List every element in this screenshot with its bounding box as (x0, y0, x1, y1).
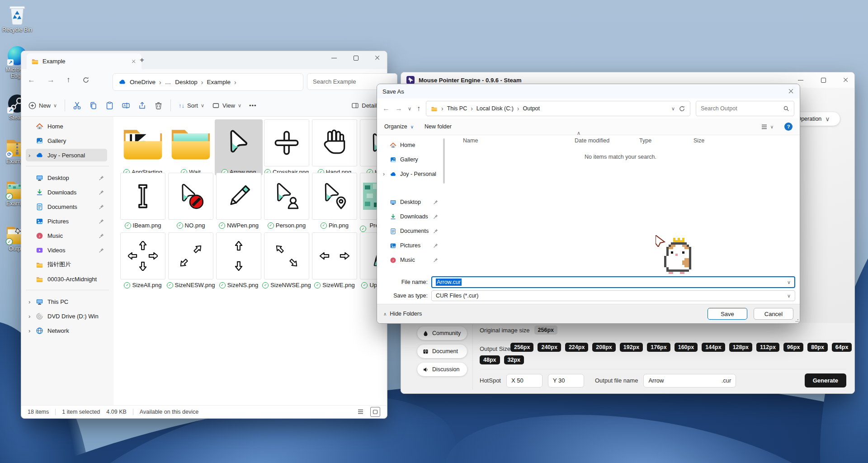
size-chip[interactable]: 128px (729, 343, 752, 352)
size-chip[interactable]: 80px (807, 343, 828, 352)
chevron-down-icon[interactable]: ∨ (671, 106, 675, 112)
size-chip[interactable]: 192px (620, 343, 643, 352)
file-tile[interactable]: ✓IBeam.png (119, 173, 167, 229)
view-options-button[interactable]: ∨ (761, 123, 774, 130)
address-breadcrumb-bar[interactable]: OneDrive › … Desktop › Example › (113, 73, 303, 91)
new-button[interactable]: New ∨ (28, 102, 57, 109)
cut-icon[interactable] (73, 101, 81, 110)
size-chip[interactable]: 160px (675, 343, 698, 352)
minimize-button[interactable] (797, 77, 804, 83)
size-chip[interactable]: 144px (702, 343, 725, 352)
sidebar-scrollbar[interactable] (443, 138, 445, 184)
dialog-address-bar[interactable]: › This PC › Local Disk (C:) › Outpot ∨ (426, 101, 690, 116)
sidebar-item-onedrive[interactable]: ›Joy - Personal (381, 168, 439, 180)
rename-icon[interactable]: A (122, 101, 130, 110)
breadcrumb-item[interactable]: OneDrive (130, 79, 156, 85)
dialog-close-icon[interactable] (788, 89, 794, 94)
list-view-toggle-icon[interactable] (357, 408, 364, 415)
size-chip[interactable]: 176px (647, 343, 670, 352)
chevron-right-icon[interactable]: › (201, 79, 203, 86)
size-chip[interactable]: 256px (510, 343, 533, 352)
file-tile[interactable]: ✓SizeNESW.png (167, 232, 215, 288)
sidebar-item-documents[interactable]: Documents (26, 200, 107, 213)
paste-icon[interactable] (105, 101, 114, 110)
dialog-title-bar[interactable]: Save As (377, 84, 800, 99)
chevron-down-icon[interactable]: ∨ (787, 279, 791, 285)
breadcrumb-item[interactable]: This PC (447, 105, 467, 112)
organize-button[interactable]: Organize ∨ (384, 123, 414, 130)
forward-icon[interactable]: → (47, 76, 55, 85)
file-tile[interactable]: ✓Hand.png (311, 119, 359, 175)
up-icon[interactable]: ↑ (66, 76, 71, 85)
chevron-right-icon[interactable]: › (159, 79, 161, 86)
sidebar-item-music[interactable]: Music (381, 254, 439, 266)
file-tile[interactable]: ✓SizeWE.png (311, 232, 359, 288)
refresh-icon[interactable] (82, 76, 90, 84)
file-tile[interactable]: ✓AppStarting (119, 119, 167, 175)
hotspot-x-input[interactable]: X 50 (506, 374, 542, 387)
sidebar-item-home[interactable]: Home (381, 139, 439, 151)
output-file-input[interactable]: Arrow .cur (643, 374, 736, 387)
sidebar-item-arcmidnight[interactable]: 00030-ArcMidnight (26, 273, 107, 285)
explorer-tab[interactable]: Example (27, 53, 142, 69)
details-pane-button[interactable]: Details (351, 102, 380, 109)
save-button[interactable]: Save (708, 308, 747, 320)
sidebar-item-community[interactable]: Community (417, 326, 467, 340)
view-button[interactable]: View ∨ (212, 102, 241, 109)
resize-grip[interactable] (794, 318, 799, 322)
save-type-select[interactable]: CUR Files (*.cur) ∨ (431, 290, 795, 301)
breadcrumb-collapsed[interactable]: … (165, 79, 172, 85)
sidebar-item-videos[interactable]: Videos (26, 244, 107, 256)
file-tile[interactable]: ✓Wait (167, 119, 215, 175)
sidebar-item-downloads[interactable]: Downloads (26, 186, 107, 198)
copy-icon[interactable] (89, 101, 98, 110)
dialog-search-box[interactable]: Search Outpot (696, 101, 794, 116)
share-icon[interactable] (138, 101, 146, 110)
thumbnail-view-toggle[interactable] (370, 407, 380, 417)
tab-close-icon[interactable] (132, 59, 136, 63)
chevron-right-icon[interactable]: › (234, 79, 236, 86)
sidebar-item-pointer-images[interactable]: 指针图片 (26, 258, 107, 271)
chevron-expand-icon[interactable]: › (28, 313, 30, 320)
file-tile[interactable]: ✓NWPen.png (215, 173, 263, 229)
size-chip[interactable]: 32px (504, 355, 524, 364)
breadcrumb-item[interactable]: Example (207, 79, 231, 85)
sidebar-item-pictures[interactable]: Pictures (26, 215, 107, 227)
file-tile[interactable]: ✓SizeAll.png (119, 232, 167, 288)
close-button[interactable] (375, 55, 380, 60)
sidebar-item-discussion[interactable]: Discussion (417, 363, 467, 376)
up-icon[interactable]: ↑ (417, 104, 420, 113)
file-tile[interactable]: ✓SizeNWSE.png (263, 232, 311, 288)
size-chip[interactable]: 96px (783, 343, 804, 352)
column-header-date[interactable]: Date modified (575, 137, 609, 144)
recent-locations-icon[interactable]: ∨ (408, 106, 411, 112)
sidebar-item-documents[interactable]: Documents (381, 225, 439, 237)
column-header-type[interactable]: Type (639, 137, 651, 144)
desktop-icon-recycle-bin[interactable]: Recycle Bin (0, 4, 35, 33)
hotspot-y-input[interactable]: Y 30 (548, 374, 584, 387)
size-chip[interactable]: 64px (832, 343, 852, 352)
sidebar-item-document[interactable]: Document (417, 345, 467, 358)
sidebar-item-network[interactable]: ›Network (26, 324, 107, 337)
file-tile[interactable]: ✓Pin.png (311, 173, 359, 229)
sidebar-item-gallery[interactable]: Gallery (26, 134, 107, 147)
sidebar-item-pictures[interactable]: Pictures (381, 240, 439, 251)
sidebar-item-home[interactable]: Home (26, 120, 107, 132)
sort-button[interactable]: ↑↓ Sort ∨ (179, 102, 204, 109)
sidebar-item-onedrive[interactable]: ›Joy - Personal (26, 149, 107, 161)
minimize-button[interactable] (331, 55, 337, 61)
chevron-expand-icon[interactable]: › (28, 298, 30, 305)
size-chip[interactable]: 224px (565, 343, 588, 352)
sidebar-item-desktop[interactable]: Desktop (381, 196, 439, 208)
sidebar-item-music[interactable]: Music (26, 229, 107, 242)
sidebar-item-this-pc[interactable]: ›This PC (26, 295, 107, 308)
maximize-button[interactable] (820, 77, 826, 83)
size-chip[interactable]: 112px (756, 343, 779, 352)
chevron-expand-icon[interactable]: › (28, 152, 30, 159)
forward-icon[interactable]: → (395, 104, 402, 113)
cancel-button[interactable]: Cancel (754, 308, 793, 320)
breadcrumb-item[interactable]: Outpot (523, 105, 540, 112)
file-name-input[interactable]: Arrow.cur ∨ (431, 276, 795, 288)
size-chip[interactable]: 48px (480, 355, 500, 364)
help-icon[interactable]: ? (784, 123, 793, 131)
